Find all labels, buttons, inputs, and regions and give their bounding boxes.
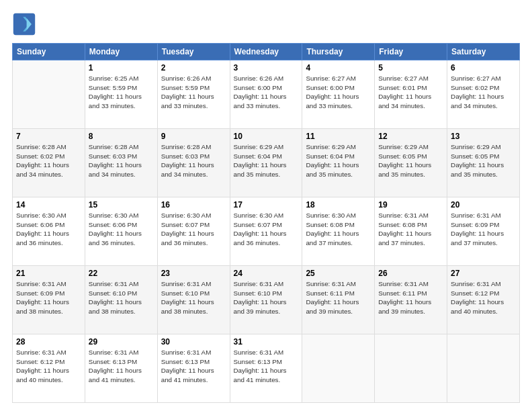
day-number: 10 (234, 132, 299, 141)
day-info: Sunrise: 6:26 AM Sunset: 6:00 PM Dayligh… (234, 74, 299, 111)
day-number: 29 (89, 337, 154, 347)
day-number: 17 (234, 200, 299, 210)
day-cell: 13Sunrise: 6:29 AM Sunset: 6:05 PM Dayli… (447, 129, 520, 197)
week-row-2: 7Sunrise: 6:28 AM Sunset: 6:02 PM Daylig… (13, 129, 520, 197)
day-cell: 16Sunrise: 6:30 AM Sunset: 6:07 PM Dayli… (157, 197, 230, 266)
day-info: Sunrise: 6:31 AM Sunset: 6:09 PM Dayligh… (16, 279, 81, 316)
day-number: 1 (89, 63, 154, 73)
week-row-5: 28Sunrise: 6:31 AM Sunset: 6:12 PM Dayli… (13, 334, 520, 403)
logo (12, 12, 39, 36)
day-info: Sunrise: 6:30 AM Sunset: 6:07 PM Dayligh… (161, 211, 226, 248)
day-info: Sunrise: 6:31 AM Sunset: 6:10 PM Dayligh… (89, 279, 154, 316)
day-number: 6 (451, 63, 516, 73)
day-number: 14 (16, 200, 81, 210)
day-info: Sunrise: 6:29 AM Sunset: 6:04 PM Dayligh… (306, 142, 371, 179)
weekday-header-saturday: Saturday (447, 44, 520, 60)
day-info: Sunrise: 6:29 AM Sunset: 6:05 PM Dayligh… (378, 142, 443, 179)
day-number: 21 (16, 269, 81, 278)
day-info: Sunrise: 6:31 AM Sunset: 6:10 PM Dayligh… (161, 279, 226, 316)
day-info: Sunrise: 6:30 AM Sunset: 6:06 PM Dayligh… (89, 211, 154, 248)
day-info: Sunrise: 6:28 AM Sunset: 6:02 PM Dayligh… (16, 142, 81, 179)
week-row-3: 14Sunrise: 6:30 AM Sunset: 6:06 PM Dayli… (13, 197, 520, 266)
day-info: Sunrise: 6:30 AM Sunset: 6:06 PM Dayligh… (16, 211, 81, 248)
day-info: Sunrise: 6:31 AM Sunset: 6:09 PM Dayligh… (451, 211, 516, 248)
day-number: 3 (234, 63, 299, 73)
day-info: Sunrise: 6:25 AM Sunset: 5:59 PM Dayligh… (89, 74, 154, 111)
weekday-header-row: SundayMondayTuesdayWednesdayThursdayFrid… (13, 44, 520, 60)
day-info: Sunrise: 6:29 AM Sunset: 6:04 PM Dayligh… (234, 142, 299, 179)
day-number: 19 (378, 200, 443, 210)
week-row-4: 21Sunrise: 6:31 AM Sunset: 6:09 PM Dayli… (13, 266, 520, 334)
day-cell: 6Sunrise: 6:27 AM Sunset: 6:02 PM Daylig… (447, 60, 520, 129)
day-cell: 14Sunrise: 6:30 AM Sunset: 6:06 PM Dayli… (13, 197, 85, 266)
day-number: 5 (378, 63, 443, 73)
day-number: 4 (306, 63, 371, 73)
day-cell: 27Sunrise: 6:31 AM Sunset: 6:12 PM Dayli… (447, 266, 520, 334)
day-cell: 31Sunrise: 6:31 AM Sunset: 6:13 PM Dayli… (230, 334, 302, 403)
day-info: Sunrise: 6:31 AM Sunset: 6:08 PM Dayligh… (378, 211, 443, 248)
day-info: Sunrise: 6:29 AM Sunset: 6:05 PM Dayligh… (451, 142, 516, 179)
day-cell: 21Sunrise: 6:31 AM Sunset: 6:09 PM Dayli… (13, 266, 85, 334)
day-cell: 9Sunrise: 6:28 AM Sunset: 6:03 PM Daylig… (157, 129, 230, 197)
day-number: 11 (306, 132, 371, 141)
day-cell: 5Sunrise: 6:27 AM Sunset: 6:01 PM Daylig… (375, 60, 447, 129)
weekday-header-thursday: Thursday (302, 44, 375, 60)
day-number: 13 (451, 132, 516, 141)
day-cell: 10Sunrise: 6:29 AM Sunset: 6:04 PM Dayli… (230, 129, 302, 197)
day-cell: 30Sunrise: 6:31 AM Sunset: 6:13 PM Dayli… (157, 334, 230, 403)
day-info: Sunrise: 6:27 AM Sunset: 6:01 PM Dayligh… (378, 74, 443, 111)
day-number: 2 (161, 63, 226, 73)
day-cell: 22Sunrise: 6:31 AM Sunset: 6:10 PM Dayli… (85, 266, 157, 334)
day-number: 16 (161, 200, 226, 210)
day-cell: 18Sunrise: 6:30 AM Sunset: 6:08 PM Dayli… (302, 197, 375, 266)
day-number: 15 (89, 200, 154, 210)
day-cell: 7Sunrise: 6:28 AM Sunset: 6:02 PM Daylig… (13, 129, 85, 197)
day-info: Sunrise: 6:31 AM Sunset: 6:13 PM Dayligh… (234, 348, 299, 385)
day-cell: 4Sunrise: 6:27 AM Sunset: 6:00 PM Daylig… (302, 60, 375, 129)
day-cell: 8Sunrise: 6:28 AM Sunset: 6:03 PM Daylig… (85, 129, 157, 197)
day-info: Sunrise: 6:31 AM Sunset: 6:12 PM Dayligh… (451, 279, 516, 316)
day-cell: 19Sunrise: 6:31 AM Sunset: 6:08 PM Dayli… (375, 197, 447, 266)
day-info: Sunrise: 6:27 AM Sunset: 6:02 PM Dayligh… (451, 74, 516, 111)
day-cell (447, 334, 520, 403)
weekday-header-tuesday: Tuesday (157, 44, 230, 60)
day-cell: 26Sunrise: 6:31 AM Sunset: 6:11 PM Dayli… (375, 266, 447, 334)
day-info: Sunrise: 6:27 AM Sunset: 6:00 PM Dayligh… (306, 74, 371, 111)
day-number: 23 (161, 269, 226, 278)
weekday-header-friday: Friday (375, 44, 447, 60)
day-number: 20 (451, 200, 516, 210)
day-cell (375, 334, 447, 403)
day-cell (302, 334, 375, 403)
day-number: 28 (16, 337, 81, 347)
day-cell: 24Sunrise: 6:31 AM Sunset: 6:10 PM Dayli… (230, 266, 302, 334)
week-row-1: 1Sunrise: 6:25 AM Sunset: 5:59 PM Daylig… (13, 60, 520, 129)
day-cell (13, 60, 85, 129)
day-number: 26 (378, 269, 443, 278)
day-info: Sunrise: 6:28 AM Sunset: 6:03 PM Dayligh… (161, 142, 226, 179)
day-number: 9 (161, 132, 226, 141)
day-info: Sunrise: 6:31 AM Sunset: 6:13 PM Dayligh… (161, 348, 226, 385)
weekday-header-monday: Monday (85, 44, 157, 60)
day-number: 27 (451, 269, 516, 278)
day-info: Sunrise: 6:30 AM Sunset: 6:07 PM Dayligh… (234, 211, 299, 248)
day-number: 12 (378, 132, 443, 141)
day-number: 31 (234, 337, 299, 347)
svg-rect-0 (13, 13, 35, 35)
day-cell: 29Sunrise: 6:31 AM Sunset: 6:13 PM Dayli… (85, 334, 157, 403)
day-info: Sunrise: 6:28 AM Sunset: 6:03 PM Dayligh… (89, 142, 154, 179)
day-cell: 28Sunrise: 6:31 AM Sunset: 6:12 PM Dayli… (13, 334, 85, 403)
page: SundayMondayTuesdayWednesdayThursdayFrid… (0, 0, 532, 411)
day-number: 22 (89, 269, 154, 278)
day-number: 24 (234, 269, 299, 278)
day-info: Sunrise: 6:31 AM Sunset: 6:13 PM Dayligh… (89, 348, 154, 385)
weekday-header-wednesday: Wednesday (230, 44, 302, 60)
day-cell: 23Sunrise: 6:31 AM Sunset: 6:10 PM Dayli… (157, 266, 230, 334)
day-cell: 1Sunrise: 6:25 AM Sunset: 5:59 PM Daylig… (85, 60, 157, 129)
header (12, 12, 520, 36)
day-info: Sunrise: 6:31 AM Sunset: 6:10 PM Dayligh… (234, 279, 299, 316)
calendar-table: SundayMondayTuesdayWednesdayThursdayFrid… (12, 43, 520, 403)
day-cell: 12Sunrise: 6:29 AM Sunset: 6:05 PM Dayli… (375, 129, 447, 197)
day-info: Sunrise: 6:31 AM Sunset: 6:11 PM Dayligh… (306, 279, 371, 316)
day-info: Sunrise: 6:31 AM Sunset: 6:11 PM Dayligh… (378, 279, 443, 316)
weekday-header-sunday: Sunday (13, 44, 85, 60)
